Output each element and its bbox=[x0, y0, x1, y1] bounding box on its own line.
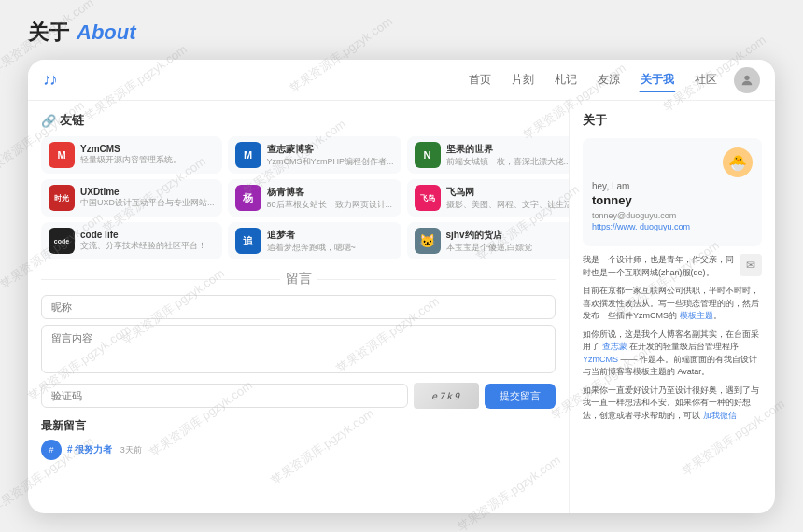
nav-item-friends[interactable]: 友源 bbox=[588, 68, 629, 91]
content-textarea[interactable] bbox=[41, 325, 556, 373]
friend-name-3: UXDtime bbox=[80, 187, 215, 197]
comment-item-0: # # 很努力者 3天前 bbox=[41, 440, 556, 460]
friend-avatar-6: code bbox=[49, 228, 75, 254]
svg-point-0 bbox=[744, 75, 749, 79]
friend-avatar-0: M bbox=[49, 142, 75, 168]
right-panel: 关于 🐣 hey, I am tonney tonney@duoguyu.com… bbox=[570, 101, 775, 513]
about-email: tonney@duoguyu.com bbox=[592, 211, 753, 220]
friend-desc-2: 前端女城镇一枚，喜深北漂大佬... bbox=[446, 156, 570, 168]
about-title: 关于 bbox=[583, 112, 762, 129]
send-message-button[interactable]: ✉ bbox=[740, 254, 762, 276]
friend-info-3: UXDtime 中国UXD设计互动平台与专业网站... bbox=[80, 187, 215, 209]
about-text-2: 目前在京都一家互联网公司供职，平时不时时，喜欢撰发性改法从。写一些琐态管理的的，… bbox=[583, 285, 762, 323]
about-text-1: 我是一个设计师，也是青年，作父亲，同时也是一个互联网城(zhan)服(de)。 bbox=[583, 254, 762, 279]
about-card: 🐣 hey, I am tonney tonney@duoguyu.com ht… bbox=[583, 138, 762, 246]
nav-item-moment[interactable]: 片刻 bbox=[502, 68, 543, 91]
friend-desc-1: YzmCMS和YzmPHP编程创作者... bbox=[267, 156, 394, 168]
friend-avatar-5: 飞鸟 bbox=[415, 185, 441, 211]
comment-section: 留言 e7k9 提交留言 bbox=[41, 271, 556, 409]
about-avatar: 🐣 bbox=[723, 147, 753, 177]
nick-input[interactable] bbox=[41, 295, 556, 319]
friend-info-8: sjhv约的货店 本宝宝是个傻逼,白嫖党 bbox=[446, 229, 570, 254]
nick-form-group bbox=[41, 295, 556, 319]
friends-section-title: 🔗 友链 bbox=[41, 112, 556, 129]
friends-grid: M YzmCMS 轻量级开源内容管理系统。 M 查志蒙博客 YzmCMS和Yzm… bbox=[41, 136, 556, 259]
friend-name-2: 坚果的世界 bbox=[446, 143, 570, 156]
left-panel: 🔗 友链 M YzmCMS 轻量级开源内容管理系统。 M bbox=[28, 101, 570, 513]
friend-card-3[interactable]: 时光 UXDtime 中国UXD设计互动平台与专业网站... bbox=[41, 179, 222, 217]
nav-item-notes[interactable]: 札记 bbox=[545, 68, 586, 91]
captcha-row: e7k9 提交留言 bbox=[41, 383, 556, 409]
recent-comments: 最新留言 # # 很努力者 3天前 bbox=[41, 418, 556, 460]
nav-item-about[interactable]: 关于我 bbox=[631, 68, 683, 91]
page-title-en: About bbox=[77, 21, 136, 45]
friend-avatar-7: 追 bbox=[235, 228, 261, 254]
divider-line-left bbox=[41, 279, 280, 280]
about-text-3: 如你所说，这是我个人博客名副其实，在台面采用了 查志蒙 在开发的轻量级后台管理程… bbox=[583, 329, 762, 379]
logo-icon: ♪♪ bbox=[43, 70, 56, 90]
friend-info-4: 杨青博客 80后草根女站长，致力网页设计... bbox=[267, 186, 394, 211]
comment-divider: 留言 bbox=[41, 271, 556, 287]
recent-comments-title: 最新留言 bbox=[41, 418, 556, 434]
friends-label: 友链 bbox=[60, 112, 84, 129]
page-title-cn: 关于 bbox=[28, 19, 69, 47]
main-content: 🔗 友链 M YzmCMS 轻量级开源内容管理系统。 M bbox=[28, 101, 775, 513]
friend-info-5: 飞鸟网 摄影、美图、网程、文字、让生活... bbox=[446, 186, 570, 211]
friend-desc-6: 交流、分享技术经验的社区平台！ bbox=[80, 240, 215, 252]
friend-name-4: 杨青博客 bbox=[267, 186, 394, 199]
friend-card-7[interactable]: 追 追梦者 追着梦想奔跑哦，嗯嗯~ bbox=[228, 222, 402, 259]
about-avatar-row: 🐣 bbox=[592, 147, 753, 177]
friend-desc-4: 80后草根女站长，致力网页设计... bbox=[267, 199, 394, 211]
nav-item-home[interactable]: 首页 bbox=[459, 68, 500, 91]
friend-info-6: code life 交流、分享技术经验的社区平台！ bbox=[80, 230, 215, 252]
friend-card-6[interactable]: code code life 交流、分享技术经验的社区平台！ bbox=[41, 222, 222, 259]
friend-name-0: YzmCMS bbox=[80, 144, 215, 154]
nav-logo[interactable]: ♪♪ bbox=[43, 70, 56, 90]
friend-card-2[interactable]: N 坚果的世界 前端女城镇一枚，喜深北漂大佬... bbox=[407, 136, 570, 174]
friend-avatar-1: M bbox=[235, 142, 261, 168]
about-bio: ✉ 我是一个设计师，也是青年，作父亲，同时也是一个互联网城(zhan)服(de)… bbox=[583, 254, 762, 422]
friend-name-6: code life bbox=[80, 230, 215, 240]
divider-line-right bbox=[317, 279, 556, 280]
nav-bar: ♪♪ 首页 片刻 札记 友源 关于我 社区 bbox=[28, 60, 775, 101]
nav-items: 首页 片刻 札记 友源 关于我 社区 bbox=[459, 68, 726, 91]
commenter-avatar-0: # bbox=[41, 440, 62, 460]
friend-info-1: 查志蒙博客 YzmCMS和YzmPHP编程创作者... bbox=[267, 143, 394, 168]
friend-info-7: 追梦者 追着梦想奔跑哦，嗯嗯~ bbox=[267, 229, 394, 254]
friend-name-5: 飞鸟网 bbox=[446, 186, 570, 199]
captcha-image[interactable]: e7k9 bbox=[414, 383, 479, 409]
about-text-4: 如果你一直爱好设计乃至设计很好奥，遇到了与我一直一样想法和不安。如果你有一种的好… bbox=[583, 385, 762, 423]
commenter-name-0: # 很努力者 bbox=[67, 444, 112, 455]
nav-avatar[interactable] bbox=[734, 67, 760, 93]
ipad-frame: ♪♪ 首页 片刻 札记 友源 关于我 社区 🔗 友链 bbox=[28, 60, 775, 513]
friend-card-4[interactable]: 杨 杨青博客 80后草根女站长，致力网页设计... bbox=[228, 179, 402, 217]
comment-time-0: 3天前 bbox=[120, 445, 142, 455]
friend-name-7: 追梦者 bbox=[267, 229, 394, 242]
friend-avatar-8: 🐱 bbox=[415, 228, 441, 254]
about-name: tonney bbox=[592, 193, 753, 207]
captcha-text: e7k9 bbox=[431, 391, 461, 401]
friend-card-1[interactable]: M 查志蒙博客 YzmCMS和YzmPHP编程创作者... bbox=[228, 136, 402, 174]
friend-info-2: 坚果的世界 前端女城镇一枚，喜深北漂大佬... bbox=[446, 143, 570, 168]
submit-button[interactable]: 提交留言 bbox=[485, 384, 556, 409]
comment-section-title: 留言 bbox=[286, 271, 312, 287]
captcha-input[interactable] bbox=[41, 384, 408, 408]
friend-avatar-2: N bbox=[415, 142, 441, 168]
friend-card-8[interactable]: 🐱 sjhv约的货店 本宝宝是个傻逼,白嫖党 bbox=[407, 222, 570, 259]
friend-name-8: sjhv约的货店 bbox=[446, 229, 570, 242]
friend-card-5[interactable]: 飞鸟 飞鸟网 摄影、美图、网程、文字、让生活... bbox=[407, 179, 570, 217]
friend-avatar-3: 时光 bbox=[49, 185, 75, 211]
about-link[interactable]: https://www. duoguyu.com bbox=[592, 222, 753, 231]
friend-desc-5: 摄影、美图、网程、文字、让生活... bbox=[446, 199, 570, 211]
content-form-group bbox=[41, 325, 556, 377]
friend-desc-7: 追着梦想奔跑哦，嗯嗯~ bbox=[267, 242, 394, 254]
friend-desc-8: 本宝宝是个傻逼,白嫖党 bbox=[446, 242, 570, 254]
page-header: 关于 About bbox=[28, 19, 775, 47]
friends-icon: 🔗 bbox=[41, 114, 56, 128]
comment-content-0: # 很努力者 3天前 bbox=[67, 440, 556, 456]
friend-desc-0: 轻量级开源内容管理系统。 bbox=[80, 154, 215, 166]
friend-desc-3: 中国UXD设计互动平台与专业网站... bbox=[80, 197, 215, 209]
nav-item-community[interactable]: 社区 bbox=[685, 68, 726, 91]
friend-name-1: 查志蒙博客 bbox=[267, 143, 394, 156]
friend-card-0[interactable]: M YzmCMS 轻量级开源内容管理系统。 bbox=[41, 136, 222, 174]
